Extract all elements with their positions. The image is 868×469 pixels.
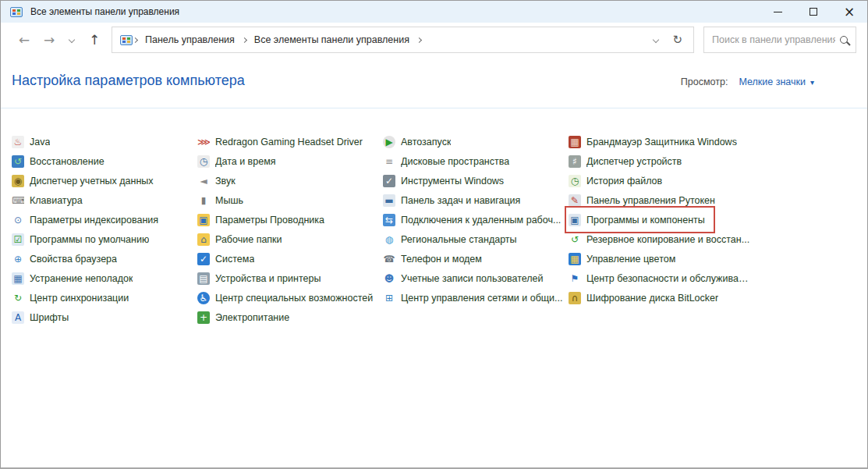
search-box (703, 27, 856, 53)
control-panel-item[interactable]: ⌨Клавиатура (12, 190, 83, 210)
programs-and-features-icon: ▣ (569, 214, 581, 226)
breadcrumb-control-panel[interactable]: Панель управления (138, 34, 242, 45)
item-label: Дата и время (215, 156, 276, 167)
maximize-button[interactable] (795, 1, 831, 23)
control-panel-item[interactable]: ▣Параметры Проводника (197, 210, 324, 229)
title-bar: Все элементы панели управления × (1, 1, 867, 23)
control-panel-item[interactable]: ↺Резервное копирование и восстан... (569, 229, 749, 249)
autoplay-icon: ▶ (383, 136, 395, 148)
view-label: Просмотр: (681, 76, 728, 87)
search-input[interactable] (712, 34, 835, 45)
control-panel-item[interactable]: ⋙Redragon Gaming Headset Driver (197, 132, 363, 151)
control-panel-item[interactable]: ◉Диспетчер учетных данных (12, 171, 154, 190)
fonts-icon: A (12, 311, 24, 324)
control-panel-item[interactable]: ◍Региональные стандарты (383, 229, 517, 249)
item-label: Устройства и принтеры (215, 273, 321, 284)
color-management-icon: ▦ (569, 253, 581, 265)
breadcrumb-chevron-icon (416, 38, 422, 42)
control-panel-item[interactable]: ✓Система (197, 249, 254, 268)
control-panel-item[interactable]: ▦Устранение неполадок (12, 268, 133, 288)
control-panel-item[interactable]: ▬Панель задач и навигация (383, 190, 520, 210)
control-panel-app-icon (10, 7, 23, 17)
keyboard-icon: ⌨ (12, 194, 24, 207)
control-panel-item[interactable]: ◷История файлов (569, 171, 662, 190)
control-panel-item[interactable]: ☎Телефон и модем (383, 249, 482, 268)
control-panel-item[interactable]: ▦Управление цветом (569, 249, 675, 268)
control-panel-item[interactable]: ⚑Центр безопасности и обслуживан... (569, 268, 752, 288)
device-manager-icon: ♯ (569, 155, 581, 168)
default-programs-icon: ☑ (12, 233, 24, 246)
item-label: Телефон и модем (401, 254, 482, 265)
page-title: Настройка параметров компьютера (12, 73, 245, 89)
page-header: Настройка параметров компьютера Просмотр… (1, 57, 867, 108)
file-explorer-options-icon: ▣ (197, 214, 210, 226)
item-label: Управление цветом (586, 254, 675, 265)
control-panel-item[interactable]: ≡Дисковые пространства (383, 151, 509, 171)
control-panel-item[interactable]: ↻Центр синхронизации (12, 288, 129, 307)
item-label: Клавиатура (30, 195, 83, 206)
item-label: Диспетчер устройств (586, 156, 682, 167)
window-controls: × (760, 1, 867, 23)
region-icon: ◍ (383, 233, 395, 246)
item-label: Диспетчер учетных данных (30, 176, 154, 187)
control-panel-item[interactable]: ▮Мышь (197, 190, 243, 210)
address-dropdown-button[interactable] (654, 33, 658, 47)
refresh-button[interactable]: ↻ (672, 33, 682, 47)
up-icon: ↑ (89, 32, 100, 48)
item-label: Восстановление (30, 156, 105, 167)
control-panel-item[interactable]: +Электропитание (197, 307, 289, 327)
view-selector: Просмотр: Мелкие значки ▾ (681, 76, 814, 87)
item-label: Подключения к удаленным рабоч... (401, 215, 561, 226)
item-label: Рабочие папки (215, 234, 282, 245)
control-panel-item[interactable]: ✓Инструменты Windows (383, 171, 504, 190)
taskbar-navigation-icon: ▬ (383, 194, 395, 207)
credential-manager-icon: ◉ (12, 175, 24, 187)
control-panel-item[interactable]: ♯Диспетчер устройств (569, 151, 682, 171)
back-button[interactable]: ← (12, 32, 37, 48)
control-panel-item[interactable]: ▶Автозапуск (383, 132, 451, 151)
control-panel-item[interactable]: ⇆Подключения к удаленным рабоч... (383, 210, 561, 229)
work-folders-icon: ⌂ (197, 233, 210, 246)
indexing-options-icon: ⊙ (12, 214, 24, 226)
navigation-bar: ← → ↑ Панель управления Все элементы пан… (1, 23, 867, 57)
search-icon[interactable] (840, 36, 848, 44)
control-panel-item[interactable]: ⊙Параметры индексирования (12, 210, 158, 229)
view-dropdown[interactable]: Мелкие значки (739, 76, 806, 87)
control-panel-item[interactable]: AШрифты (12, 307, 69, 327)
item-label: Центр синхронизации (30, 293, 129, 304)
control-panel-item[interactable]: ∩Шифрование диска BitLocker (569, 288, 718, 307)
control-panel-item[interactable]: ◄Звук (197, 171, 236, 190)
item-label: Панель управления Рутокен (586, 195, 715, 206)
control-panel-item[interactable]: ⊞Центр управления сетями и общи... (383, 288, 562, 307)
control-panel-item[interactable]: ♨Java (12, 132, 50, 151)
control-panel-item[interactable]: ♿Центр специальных возможностей (197, 288, 373, 307)
breadcrumb-chevron-icon (242, 38, 247, 42)
control-panel-item[interactable]: ▦Брандмауэр Защитника Windows (569, 132, 737, 151)
item-label: Дисковые пространства (401, 156, 509, 167)
breadcrumb-all-items[interactable]: Все элементы панели управления (247, 34, 416, 45)
up-button[interactable]: ↑ (82, 32, 107, 48)
control-panel-item[interactable]: ☑Программы по умолчанию (12, 229, 149, 249)
control-panel-item[interactable]: ⊕Свойства браузера (12, 249, 117, 268)
forward-icon: → (44, 32, 55, 48)
items-column-3: ▶Автозапуск≡Дисковые пространства✓Инстру… (383, 132, 569, 307)
control-panel-item[interactable]: ✎Панель управления Рутокен (569, 190, 715, 210)
forward-button[interactable]: → (37, 32, 62, 48)
bitlocker-icon: ∩ (569, 292, 581, 304)
control-panel-item[interactable]: ▤Устройства и принтеры (197, 268, 321, 288)
control-panel-items: ♨Java↺Восстановление◉Диспетчер учетных д… (1, 108, 867, 467)
dropdown-arrow-icon[interactable]: ▾ (810, 78, 814, 87)
storage-spaces-icon: ≡ (383, 155, 395, 168)
control-panel-window: Все элементы панели управления × ← → ↑ П… (0, 0, 868, 469)
control-panel-item[interactable]: ◷Дата и время (197, 151, 276, 171)
back-icon: ← (19, 32, 30, 48)
minimize-button[interactable] (760, 1, 795, 23)
control-panel-item[interactable]: ☻Учетные записи пользователей (383, 268, 544, 288)
recent-locations-button[interactable] (62, 33, 82, 47)
item-label: Учетные записи пользователей (401, 273, 544, 284)
control-panel-item[interactable]: ▣Программы и компоненты (569, 210, 711, 229)
control-panel-item[interactable]: ⌂Рабочие папки (197, 229, 282, 249)
close-button[interactable]: × (831, 1, 867, 23)
address-bar[interactable]: Панель управления Все элементы панели уп… (112, 27, 694, 53)
control-panel-item[interactable]: ↺Восстановление (12, 151, 105, 171)
